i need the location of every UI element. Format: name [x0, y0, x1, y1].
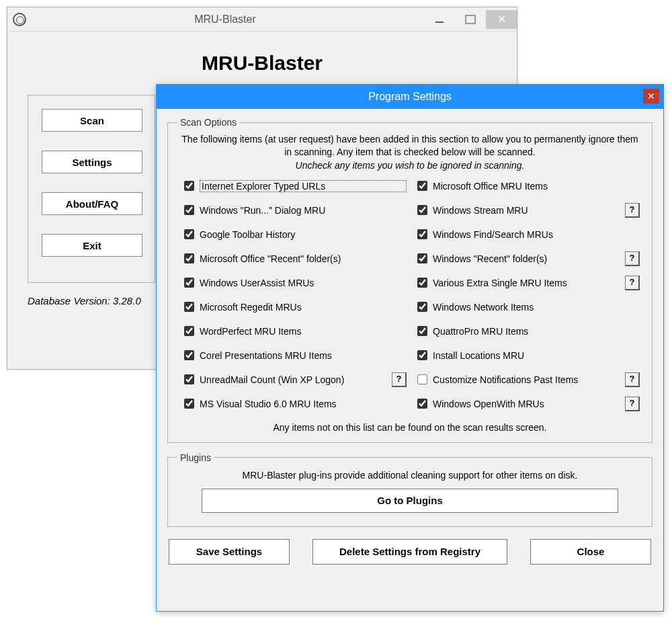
scan-option-label: Windows UserAssist MRUs [200, 278, 407, 288]
scan-option-label: Install Locations MRU [433, 350, 640, 361]
scan-option-label: Windows "Run..." Dialog MRU [200, 205, 407, 216]
window-controls: ✕ [424, 7, 517, 31]
dialog-title: Program Settings [157, 91, 663, 103]
scan-option-label: QuattroPro MRU Items [433, 326, 640, 337]
scan-option[interactable]: Windows Find/Search MRUs [413, 226, 640, 243]
go-to-plugins-button[interactable]: Go to Plugins [202, 489, 618, 513]
scan-option-checkbox[interactable] [417, 326, 427, 336]
scan-option[interactable]: Windows OpenWith MRUs? [413, 395, 640, 413]
scan-option-label: Windows Network Items [433, 302, 640, 313]
scan-option[interactable]: QuattroPro MRU Items [413, 323, 640, 340]
scan-option-label: Various Extra Single MRU Items [433, 278, 621, 288]
maximize-button[interactable] [455, 10, 486, 29]
scan-option-label: Corel Presentations MRU Items [200, 350, 407, 361]
plugins-group: Plugins MRU-Blaster plug-ins provide add… [167, 452, 653, 527]
save-settings-button[interactable]: Save Settings [169, 539, 290, 565]
scan-option-label: Windows OpenWith MRUs [433, 399, 621, 409]
scan-option[interactable]: Microsoft Office "Recent" folder(s) [180, 250, 407, 268]
scan-option-checkbox[interactable] [417, 350, 427, 360]
close-dialog-button[interactable]: Close [530, 539, 651, 565]
scan-option-checkbox[interactable] [184, 229, 194, 239]
scan-option-checkbox[interactable] [184, 302, 194, 312]
scan-option[interactable]: Windows UserAssist MRUs [180, 274, 407, 292]
scan-option-label: Google Toolbar History [200, 229, 407, 240]
help-button[interactable]: ? [625, 372, 640, 387]
scan-option-label: Windows Stream MRU [433, 205, 621, 216]
scan-option[interactable]: Windows "Run..." Dialog MRU [180, 202, 407, 219]
scan-option-label: Customize Notifications Past Items [433, 374, 621, 385]
nav-panel: Scan Settings About/FAQ Exit [28, 95, 155, 283]
scan-option-checkbox[interactable] [184, 374, 194, 384]
scan-option[interactable]: UnreadMail Count (Win XP Logon)? [180, 371, 407, 388]
scan-option[interactable]: Google Toolbar History [180, 226, 407, 243]
scan-option-checkbox[interactable] [417, 229, 427, 239]
scan-option[interactable]: Windows Stream MRU? [413, 202, 640, 219]
scan-option[interactable]: Windows Network Items [413, 298, 640, 316]
help-button[interactable]: ? [625, 397, 640, 411]
main-title: MRU-Blaster [26, 13, 424, 26]
settings-dialog: Program Settings ✕ Scan Options The foll… [156, 84, 664, 612]
app-heading: MRU-Blaster [28, 52, 497, 75]
scan-option-checkbox[interactable] [417, 302, 427, 312]
scan-option-label: UnreadMail Count (Win XP Logon) [200, 374, 388, 385]
scan-options-group: Scan Options The following items (at use… [167, 117, 653, 443]
scan-option-checkbox[interactable] [184, 181, 194, 191]
scan-option-label: Windows "Recent" folder(s) [433, 253, 621, 264]
help-button[interactable]: ? [625, 276, 640, 290]
scan-option-checkbox[interactable] [184, 253, 194, 263]
scan-option[interactable]: Internet Explorer Typed URLs [180, 177, 407, 195]
scan-option-checkbox[interactable] [417, 205, 427, 215]
scan-option-checkbox[interactable] [417, 253, 427, 263]
dialog-titlebar[interactable]: Program Settings ✕ [157, 85, 663, 109]
dialog-button-row: Save Settings Delete Settings from Regis… [167, 536, 653, 565]
scan-option-checkbox[interactable] [184, 399, 194, 409]
scan-option-checkbox[interactable] [184, 278, 194, 288]
scan-option-checkbox[interactable] [417, 278, 427, 288]
scan-option-label: Microsoft Office "Recent" folder(s) [200, 253, 407, 264]
scan-button[interactable]: Scan [42, 109, 142, 132]
scan-option[interactable]: MS Visual Studio 6.0 MRU Items [180, 395, 407, 413]
scan-options-legend: Scan Options [177, 117, 239, 128]
scan-option-label: MS Visual Studio 6.0 MRU Items [200, 399, 407, 409]
scan-option[interactable]: Install Locations MRU [413, 347, 640, 364]
scan-option[interactable]: Customize Notifications Past Items? [413, 371, 640, 388]
scan-option-label: Microsoft Office MRU Items [433, 181, 640, 192]
scan-options-hint: Uncheck any items you wish to be ignored… [177, 160, 642, 171]
dialog-close-button[interactable]: ✕ [643, 89, 659, 104]
app-icon [13, 13, 26, 26]
minimize-button[interactable] [424, 10, 455, 29]
scan-option-checkbox[interactable] [184, 326, 194, 336]
scan-option-label: Windows Find/Search MRUs [433, 229, 640, 240]
scan-option[interactable]: WordPerfect MRU Items [180, 323, 407, 340]
scan-option-checkbox[interactable] [417, 374, 427, 384]
settings-button[interactable]: Settings [42, 151, 142, 173]
delete-settings-button[interactable]: Delete Settings from Registry [312, 539, 507, 565]
scan-options-footer: Any items not on this list can be found … [177, 422, 642, 433]
scan-option[interactable]: Windows "Recent" folder(s)? [413, 250, 640, 268]
scan-options-intro: The following items (at user request) ha… [177, 133, 642, 159]
scan-option-checkbox[interactable] [417, 399, 427, 409]
scan-option-label: Internet Explorer Typed URLs [200, 180, 407, 192]
scan-option[interactable]: Corel Presentations MRU Items [180, 347, 407, 364]
dialog-body: Scan Options The following items (at use… [157, 109, 663, 611]
scan-option-checkbox[interactable] [184, 205, 194, 215]
scan-option-checkbox[interactable] [417, 181, 427, 191]
scan-option-label: Microsoft Regedit MRUs [200, 302, 407, 313]
close-window-button[interactable]: ✕ [486, 10, 517, 29]
scan-options-grid: Internet Explorer Typed URLsMicrosoft Of… [177, 177, 642, 413]
plugins-text: MRU-Blaster plug-ins provide additional … [177, 470, 642, 481]
plugins-legend: Plugins [177, 452, 214, 463]
help-button[interactable]: ? [625, 203, 640, 218]
help-button[interactable]: ? [625, 251, 640, 266]
scan-option-checkbox[interactable] [184, 350, 194, 360]
scan-option[interactable]: Various Extra Single MRU Items? [413, 274, 640, 292]
exit-button[interactable]: Exit [42, 234, 142, 257]
help-button[interactable]: ? [392, 372, 407, 387]
scan-option-label: WordPerfect MRU Items [200, 326, 407, 337]
about-button[interactable]: About/FAQ [42, 192, 142, 215]
scan-option[interactable]: Microsoft Regedit MRUs [180, 298, 407, 316]
main-titlebar[interactable]: MRU-Blaster ✕ [7, 7, 517, 32]
scan-option[interactable]: Microsoft Office MRU Items [413, 177, 640, 195]
